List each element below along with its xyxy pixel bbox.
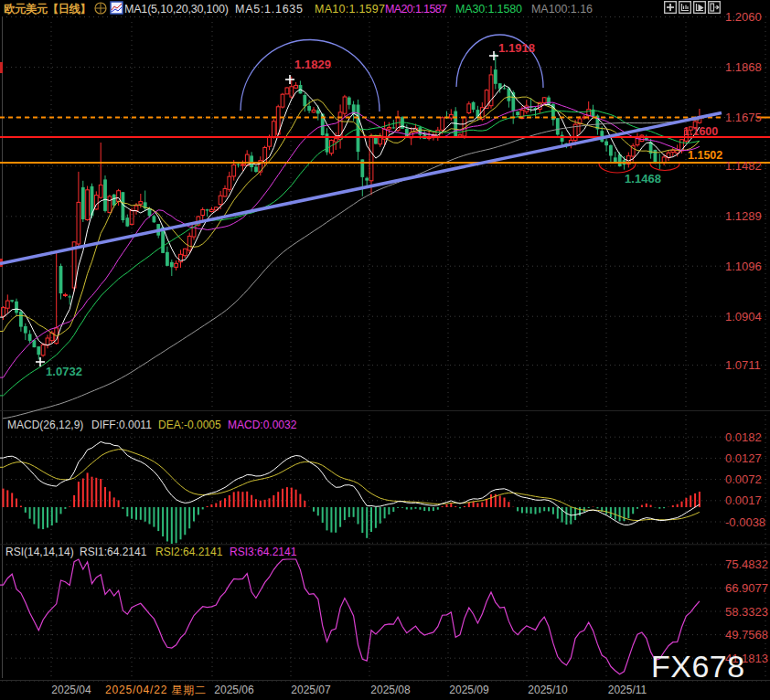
svg-text:MA100:1.16: MA100:1.16 (531, 3, 593, 16)
svg-text:2025/09: 2025/09 (449, 684, 489, 696)
svg-text:66.9077: 66.9077 (725, 581, 768, 595)
svg-text:1.1096: 1.1096 (725, 260, 762, 273)
svg-text:DIFF:0.0011: DIFF:0.0011 (91, 419, 152, 431)
svg-text:MA20:1.1587: MA20:1.1587 (385, 3, 447, 16)
svg-text:0.0182: 0.0182 (725, 430, 762, 444)
svg-text:2025/07: 2025/07 (291, 684, 331, 696)
svg-text:2025/11: 2025/11 (608, 684, 647, 696)
svg-text:MACD:0.0032: MACD:0.0032 (228, 419, 297, 431)
svg-text:2025/06: 2025/06 (214, 684, 254, 696)
svg-text:FX678: FX678 (651, 649, 745, 684)
svg-text:0.0017: 0.0017 (725, 493, 762, 507)
svg-text:1.1675: 1.1675 (725, 111, 762, 124)
svg-text:1.0732: 1.0732 (46, 365, 82, 378)
svg-text:1.0904: 1.0904 (725, 310, 762, 323)
svg-text:MA10:1.1597: MA10:1.1597 (315, 3, 385, 16)
svg-text:RSI1:64.2141: RSI1:64.2141 (80, 546, 147, 558)
svg-text:MA30:1.1580: MA30:1.1580 (455, 3, 522, 16)
svg-text:2025/04/22 星期二: 2025/04/22 星期二 (105, 684, 206, 696)
svg-text:49.7568: 49.7568 (725, 628, 768, 642)
svg-text:0.0127: 0.0127 (725, 451, 762, 465)
svg-text:1.1289: 1.1289 (725, 209, 762, 223)
svg-text:MA5:1.1635: MA5:1.1635 (235, 3, 303, 16)
svg-text:58.3323: 58.3323 (725, 605, 768, 619)
svg-text:1.1482: 1.1482 (725, 159, 762, 173)
svg-text:RSI(14,14,14): RSI(14,14,14) (5, 546, 74, 558)
svg-text:欧元美元【日线】: 欧元美元【日线】 (4, 2, 91, 16)
svg-text:75.4832: 75.4832 (725, 557, 768, 571)
svg-text:DEA:-0.0005: DEA:-0.0005 (158, 419, 221, 431)
svg-text:1.2060: 1.2060 (725, 10, 762, 24)
svg-text:2025/10: 2025/10 (528, 684, 568, 696)
svg-text:0.0072: 0.0072 (725, 472, 762, 486)
svg-text:2025/08: 2025/08 (370, 684, 411, 696)
svg-text:1.0711: 1.0711 (725, 358, 761, 372)
svg-text:1.1600: 1.1600 (683, 125, 718, 138)
svg-text:RSI2:64.2141: RSI2:64.2141 (155, 546, 223, 558)
svg-text:1.1829: 1.1829 (294, 58, 331, 71)
svg-text:1.1918: 1.1918 (498, 41, 535, 55)
svg-text:MA1(5,10,20,30,100): MA1(5,10,20,30,100) (124, 3, 229, 16)
svg-text:1.1868: 1.1868 (725, 60, 762, 74)
svg-text:RSI3:64.2141: RSI3:64.2141 (230, 546, 297, 558)
svg-text:2025/04: 2025/04 (51, 684, 91, 696)
svg-text:MACD(26,12,9): MACD(26,12,9) (7, 419, 83, 431)
svg-text:1.1468: 1.1468 (625, 172, 661, 186)
svg-text:1.1502: 1.1502 (688, 149, 722, 162)
svg-text:-0.0038: -0.0038 (725, 515, 765, 529)
